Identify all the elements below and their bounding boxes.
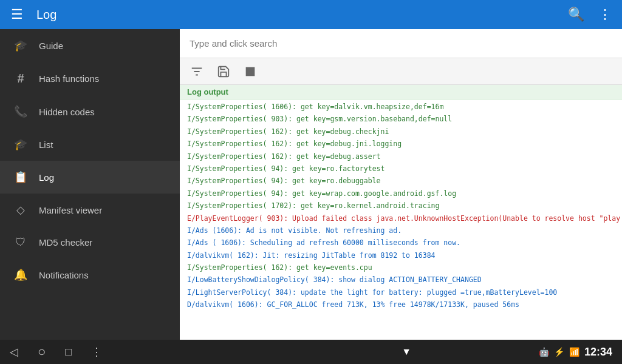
back-button[interactable]: ◁: [10, 345, 18, 359]
app-title: Log: [36, 8, 556, 22]
main-layout: 🎓 Guide # Hash functions 📞 Hidden codes …: [0, 29, 622, 340]
list-icon: 🎓: [12, 138, 29, 151]
usb-icon: ⚡: [554, 347, 564, 357]
signal-icon: 📶: [569, 347, 579, 357]
guide-icon: 🎓: [12, 39, 29, 52]
log-line: I/dalvikvm( 162): Jit: resizing JitTable…: [180, 249, 622, 261]
more-icon[interactable]: ⋮: [595, 7, 615, 22]
log-toolbar: Main ▼ All ▼: [180, 58, 622, 85]
log-line: I/SystemProperties( 903): get key=gsm.ve…: [180, 113, 622, 125]
log-line: I/SystemProperties( 162): get key=debug.…: [180, 138, 622, 150]
log-line: I/SystemProperties( 94): get key=ro.debu…: [180, 175, 622, 187]
sidebar-item-list[interactable]: 🎓 List: [0, 128, 180, 161]
android-icon: 🤖: [539, 347, 549, 357]
status-center: ▼: [274, 346, 538, 357]
filter-button[interactable]: [185, 61, 209, 83]
down-arrow-icon: ▼: [402, 346, 411, 357]
sidebar-item-md5-checker[interactable]: 🛡 MD5 checker: [0, 226, 180, 258]
nav-buttons: ◁ ○ □ ⋮: [10, 344, 274, 360]
sidebar-item-manifest-viewer[interactable]: ◇ Manifest viewer: [0, 194, 180, 226]
sidebar-item-label: Hash functions: [39, 73, 99, 84]
log-icon: 📋: [12, 170, 29, 184]
status-bar: ◁ ○ □ ⋮ ▼ 🤖 ⚡ 📶 12:34: [0, 340, 622, 364]
bell-icon: 🔔: [12, 268, 29, 281]
status-right: 🤖 ⚡ 📶 12:34: [539, 346, 612, 359]
log-wrapper: Log output I/SystemProperties( 1606): ge…: [180, 85, 622, 340]
recent-button[interactable]: □: [65, 346, 72, 359]
log-line: E/PlayEventLogger( 903): Upload failed c…: [180, 212, 622, 224]
log-line: I/SystemProperties( 1702): get key=ro.ke…: [180, 200, 622, 212]
search-bar: 🔍 🎤 ✕: [180, 29, 622, 58]
sidebar-item-guide[interactable]: 🎓 Guide: [0, 29, 180, 62]
sidebar-item-hidden-codes[interactable]: 📞 Hidden codes: [0, 95, 180, 128]
sidebar-item-label: Guide: [39, 41, 63, 51]
menu-button[interactable]: ⋮: [91, 345, 102, 359]
log-line: I/SystemProperties( 162): get key=events…: [180, 261, 622, 274]
log-line: I/Ads (1606): Ad is not visible. Not ref…: [180, 224, 622, 237]
sidebar-item-label: Manifest viewer: [39, 205, 102, 215]
search-icon[interactable]: 🔍: [566, 7, 586, 22]
status-time: 12:34: [584, 346, 612, 359]
search-input[interactable]: [185, 36, 622, 51]
log-line: I/SystemProperties( 1606): get key=dalvi…: [180, 101, 622, 113]
sidebar: 🎓 Guide # Hash functions 📞 Hidden codes …: [0, 29, 180, 340]
sidebar-item-notifications[interactable]: 🔔 Notifications: [0, 258, 180, 291]
sidebar-item-hash-functions[interactable]: # Hash functions: [0, 62, 180, 95]
home-button[interactable]: ○: [38, 344, 46, 360]
log-content[interactable]: I/SystemProperties( 1606): get key=dalvi…: [180, 99, 622, 340]
top-bar: ☰ Log 🔍 ⋮: [0, 0, 622, 29]
sidebar-item-label: MD5 checker: [39, 237, 92, 248]
log-line: I/LightServerPolicy( 384): update the li…: [180, 286, 622, 298]
log-line: I/LowBatteryShowDialogPolicy( 384): show…: [180, 274, 622, 286]
svg-rect-0: [246, 67, 255, 76]
log-line: I/SystemProperties( 162): get key=debug.…: [180, 150, 622, 163]
menu-icon[interactable]: ☰: [7, 7, 27, 22]
phone-icon: 📞: [12, 105, 29, 118]
log-header: Log output: [180, 85, 622, 99]
log-line: I/Ads ( 1606): Scheduling ad refresh 600…: [180, 237, 622, 249]
log-line: I/SystemProperties( 162): get key=debug.…: [180, 126, 622, 138]
shield-icon: 🛡: [12, 236, 29, 249]
hash-icon: #: [12, 72, 29, 86]
content-area: 🔍 🎤 ✕: [180, 29, 622, 340]
stop-button[interactable]: [238, 61, 262, 83]
log-line: D/dalvikvm( 1606): GC_FOR_ALLOC freed 71…: [180, 298, 622, 311]
sidebar-item-label: Hidden codes: [39, 107, 95, 117]
log-line: I/SystemProperties( 94): get key=wrap.co…: [180, 187, 622, 200]
sidebar-item-label: Log: [39, 172, 54, 183]
log-line: I/SystemProperties( 94): get key=ro.fact…: [180, 163, 622, 175]
save-button[interactable]: [211, 61, 236, 83]
sidebar-item-log[interactable]: 📋 Log: [0, 161, 180, 194]
manifest-icon: ◇: [12, 203, 29, 217]
sidebar-item-label: Notifications: [39, 270, 89, 280]
sidebar-item-label: List: [39, 140, 53, 150]
